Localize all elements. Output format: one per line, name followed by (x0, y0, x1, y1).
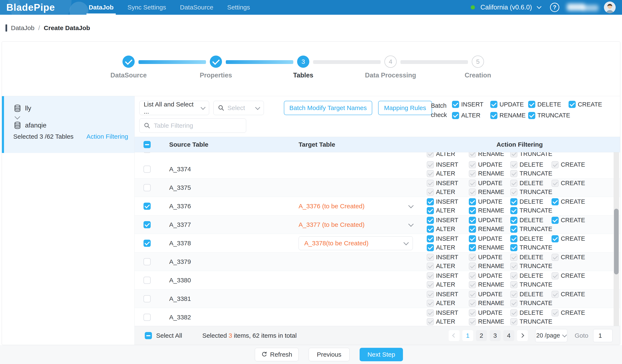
row-checkbox[interactable] (143, 221, 151, 228)
action-checkbox[interactable] (427, 244, 434, 251)
row-checkbox[interactable] (143, 295, 151, 302)
action-checkbox[interactable] (469, 217, 476, 224)
action-checkbox[interactable] (469, 226, 476, 233)
action-checkbox-item: DELETE (510, 217, 551, 224)
action-label: DELETE (520, 272, 543, 279)
action-checkbox[interactable] (490, 101, 497, 108)
target-table-select[interactable]: A_3377 (to be Created) (299, 221, 413, 228)
target-table-select[interactable]: A_3376 (to be Created) (299, 203, 413, 210)
row-checkbox[interactable] (143, 258, 151, 265)
action-checkbox[interactable] (427, 226, 434, 233)
action-checkbox[interactable] (427, 217, 434, 224)
region-selector[interactable]: California (v0.6.0) (480, 3, 532, 11)
action-checkbox-item: CREATE (568, 101, 604, 108)
scrollbar-thumb[interactable] (614, 209, 619, 274)
action-checkbox[interactable] (469, 198, 476, 205)
pagination-page-4[interactable]: 4 (503, 330, 514, 341)
action-label: UPDATE (478, 254, 502, 261)
schema-select-placeholder: Select (228, 104, 245, 112)
chevron-down-icon[interactable] (537, 4, 542, 9)
previous-button[interactable]: Previous (309, 348, 350, 361)
action-checkbox-item: UPDATE (469, 217, 510, 224)
row-checkbox[interactable] (143, 152, 151, 153)
action-checkbox[interactable] (551, 217, 559, 224)
action-checkbox[interactable] (568, 101, 576, 108)
row-checkbox[interactable] (143, 277, 151, 284)
schema-select[interactable]: Select (213, 101, 264, 115)
refresh-button[interactable]: Refresh (255, 348, 299, 361)
nav-item-datajob[interactable]: DataJob (89, 0, 113, 15)
pagination-prev-button[interactable] (449, 330, 460, 341)
row-checkbox[interactable] (143, 166, 151, 173)
step-label-properties: Properties (172, 72, 260, 79)
action-filtering-grid: INSERTUPDATEDELETECREATEALTERRENAMETRUNC… (427, 309, 620, 325)
breadcrumb-parent[interactable]: DataJob (11, 24, 35, 32)
action-checkbox[interactable] (452, 112, 459, 119)
action-checkbox[interactable] (427, 207, 434, 214)
action-checkbox-item: CREATE (551, 198, 587, 205)
action-checkbox[interactable] (469, 235, 476, 242)
target-table-select[interactable]: A_3378(to be Created) (299, 236, 413, 250)
action-checkbox-item: TRUNCATE (510, 152, 551, 157)
action-checkbox (510, 263, 517, 270)
batch-modify-target-names-button[interactable]: Batch Modify Target Names (284, 101, 372, 115)
row-checkbox[interactable] (143, 184, 151, 191)
action-checkbox (427, 189, 434, 196)
sidebar-item-db-pair[interactable]: lly afanqie (2, 96, 135, 153)
source-table-name: A_3374 (169, 166, 191, 172)
select-all-checkbox[interactable] (145, 332, 152, 339)
table-body: INSERTUPDATEDELETECREATEALTERRENAMETRUNC… (135, 152, 620, 326)
row-checkbox[interactable] (143, 203, 151, 210)
list-mode-select[interactable]: List All and Select ... (139, 101, 209, 115)
action-checkbox[interactable] (551, 235, 559, 242)
step-number: 4 (389, 58, 392, 65)
action-checkbox[interactable] (510, 235, 517, 242)
action-checkbox[interactable] (452, 101, 459, 108)
action-checkbox[interactable] (528, 101, 535, 108)
table-filter-input[interactable]: Table Filtering (139, 118, 246, 133)
action-checkbox[interactable] (551, 198, 559, 205)
action-checkbox[interactable] (469, 207, 476, 214)
pagination-next-button[interactable] (517, 330, 528, 341)
action-checkbox[interactable] (469, 244, 476, 251)
action-label: ALTER (436, 189, 455, 195)
table-row: A_3379 INSERTUPDATEDELETECREATEALTERRENA… (135, 252, 620, 271)
action-checkbox[interactable] (427, 198, 434, 205)
row-checkbox[interactable] (143, 314, 151, 321)
action-checkbox[interactable] (510, 198, 517, 205)
goto-page-input[interactable]: 1 (593, 329, 613, 342)
action-checkbox-item: TRUNCATE (510, 318, 551, 325)
action-checkbox[interactable] (510, 207, 517, 214)
action-checkbox[interactable] (510, 226, 517, 233)
action-label: CREATE (561, 180, 585, 187)
pagination-page-2[interactable]: 2 (476, 330, 487, 341)
header-select-all-checkbox[interactable] (143, 141, 151, 148)
next-step-button[interactable]: Next Step (360, 348, 403, 361)
mapping-rules-button[interactable]: Mapping Rules (378, 101, 432, 115)
action-filtering-grid: INSERTUPDATEDELETECREATEALTERRENAMETRUNC… (427, 180, 620, 196)
nav-item-settings[interactable]: Settings (227, 0, 250, 15)
list-mode-value: List All and Select ... (144, 101, 198, 115)
nav-item-datasource[interactable]: DataSource (180, 0, 213, 15)
pagination-page-3[interactable]: 3 (490, 330, 501, 341)
action-checkbox[interactable] (510, 217, 517, 224)
action-label: ALTER (436, 244, 455, 251)
action-checkbox[interactable] (510, 244, 517, 251)
row-checkbox[interactable] (143, 240, 151, 247)
action-checkbox[interactable] (427, 235, 434, 242)
user-avatar[interactable] (604, 1, 616, 13)
page-size-select[interactable]: 20 /page (535, 329, 567, 342)
action-filtering-link[interactable]: Action Filtering (86, 133, 128, 140)
action-checkbox[interactable] (528, 112, 535, 119)
action-checkbox-item: UPDATE (469, 180, 510, 187)
help-icon[interactable]: ? (550, 3, 559, 12)
step-connector (138, 60, 206, 64)
nav-item-sync-settings[interactable]: Sync Settings (128, 0, 166, 15)
source-table-name: A_3378 (169, 240, 191, 247)
action-checkbox-item: TRUNCATE (510, 300, 551, 307)
action-checkbox[interactable] (490, 112, 497, 119)
action-checkbox (427, 254, 434, 261)
pagination-page-1[interactable]: 1 (462, 330, 473, 341)
action-label: TRUNCATE (520, 300, 552, 307)
action-checkbox-item: ALTER (427, 152, 469, 157)
